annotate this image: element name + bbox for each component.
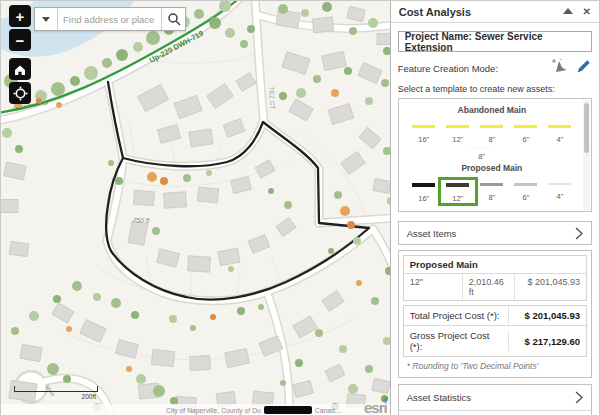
- search-widget: [34, 7, 186, 31]
- template-abandoned-6[interactable]: 6": [509, 122, 543, 144]
- locate-icon: [13, 86, 28, 101]
- template-prompt: Select a template to create new assets:: [398, 84, 592, 94]
- search-input[interactable]: [58, 8, 161, 30]
- swatch-label: 16": [407, 194, 441, 203]
- template-proposed-4[interactable]: 4": [543, 180, 577, 203]
- line-swatch: [548, 183, 571, 185]
- template-proposed-16[interactable]: 16": [407, 180, 441, 203]
- attribution-text-left: City of Naperville, County of Du: [166, 407, 261, 414]
- total-cost-value: $ 201,045.93: [508, 306, 586, 325]
- chevron-down-icon: [42, 17, 50, 22]
- locate-button[interactable]: [9, 82, 31, 104]
- table-row: 12" 2,010.46 ft $ 201,045.93: [404, 274, 586, 300]
- feature-creation-mode-row: Feature Creation Mode:: [398, 59, 592, 77]
- app-window: Up-220 DWH-719 Up-220 DWH-719 TEZ CT Mis…: [0, 0, 600, 415]
- panel-header: Cost Analysis ✕: [391, 1, 599, 23]
- cell-size: 12": [404, 274, 462, 300]
- line-swatch: [480, 125, 503, 128]
- chevron-right-icon: [575, 391, 583, 404]
- esri-globe-icon: [381, 395, 388, 402]
- scale-bar-label: 200ft: [14, 393, 98, 400]
- asset-items-expander[interactable]: Asset Items: [398, 221, 592, 245]
- swatch-label: 8": [475, 193, 509, 202]
- search-button[interactable]: [161, 8, 185, 30]
- project-name-box: Project Name: Sewer Service Extension: [398, 31, 592, 52]
- asset-table-header: Proposed Main: [404, 256, 586, 274]
- total-cost-label: Total Project Cost (*):: [404, 306, 508, 325]
- swatch-label: 12": [441, 194, 475, 203]
- abandoned-main-swatches: 16" 12" 8" 6" 4": [407, 122, 577, 144]
- line-swatch: [514, 183, 537, 186]
- line-swatch: [548, 125, 571, 128]
- search-icon: [167, 12, 181, 26]
- map-controls: + −: [9, 5, 31, 106]
- totals-table: Total Project Cost (*): $ 201,045.93 Gro…: [403, 305, 587, 357]
- distance-label: 750 ft: [133, 217, 150, 224]
- swatch-label: 16": [407, 135, 441, 144]
- swatch-label: 12": [441, 135, 475, 144]
- close-icon: ✕: [583, 6, 591, 17]
- rounding-note: * Rounding to 'Two Decimal Points': [403, 357, 587, 373]
- line-swatch: [446, 125, 469, 128]
- template-proposed-8[interactable]: 8": [475, 180, 509, 203]
- swatch-label: 4": [543, 192, 577, 201]
- asset-items-label: Asset Items: [407, 228, 575, 239]
- close-button[interactable]: ✕: [583, 6, 591, 17]
- swatch-label: 6": [509, 135, 543, 144]
- gross-cost-value: $ 217,129.60: [508, 332, 586, 351]
- template-abandoned-8[interactable]: 8": [475, 122, 509, 144]
- home-icon: [13, 63, 27, 76]
- select-mode-button[interactable]: [551, 58, 568, 78]
- line-swatch: [412, 183, 435, 187]
- magic-wand-cursor-icon: [551, 58, 568, 74]
- swatch-label: 6": [509, 193, 543, 202]
- template-abandoned-4[interactable]: 4": [543, 122, 577, 144]
- swatch-label: 4": [543, 135, 577, 144]
- search-source-dropdown[interactable]: [35, 8, 58, 30]
- template-abandoned-16[interactable]: 16": [407, 122, 441, 144]
- draw-mode-button[interactable]: [576, 58, 592, 78]
- collapse-up-icon: [563, 8, 573, 15]
- cost-analysis-panel: Cost Analysis ✕ Project Name: Sewer Serv…: [390, 1, 599, 415]
- gross-cost-label: Gross Project Cost (*):: [404, 326, 508, 356]
- template-proposed-12-selected[interactable]: 12": [441, 180, 475, 203]
- swatch-label: 8": [465, 152, 499, 161]
- cost-table-card: Proposed Main 12" 2,010.46 ft $ 201,045.…: [398, 250, 592, 378]
- template-abandoned-extra-8[interactable]: 8": [465, 147, 499, 161]
- group-heading-abandoned-main: Abandoned Main: [407, 105, 577, 115]
- swatch-label: 8": [475, 135, 509, 144]
- template-scrollbar[interactable]: [583, 100, 590, 210]
- gross-cost-row: Gross Project Cost (*): $ 217,129.60: [404, 325, 586, 356]
- proposed-main-swatches: 16" 12" 8" 6" 4": [407, 180, 577, 203]
- asset-statistics-expander[interactable]: Asset Statistics: [399, 385, 591, 410]
- map-view[interactable]: Up-220 DWH-719 Up-220 DWH-719 TEZ CT Mis…: [1, 1, 390, 415]
- template-proposed-6[interactable]: 6": [509, 180, 543, 203]
- scrollbar-thumb[interactable]: [584, 103, 589, 153]
- chevron-right-icon: [575, 227, 583, 240]
- home-button[interactable]: [9, 58, 31, 80]
- map-attribution: City of Naperville, County of Du Canad..…: [1, 404, 390, 415]
- line-swatch: [470, 147, 493, 150]
- attribution-redaction: [264, 406, 312, 414]
- template-picker: Abandoned Main 16" 12" 8" 6" 4" 8" Propo…: [398, 98, 592, 212]
- basemap-graphics: Up-220 DWH-719 Up-220 DWH-719 TEZ CT Mis…: [1, 1, 390, 415]
- asset-statistics-label: Asset Statistics: [407, 392, 575, 403]
- line-swatch: [446, 183, 469, 187]
- group-heading-proposed-main: Proposed Main: [407, 163, 577, 173]
- template-abandoned-12[interactable]: 12": [441, 122, 475, 144]
- cell-cost: $ 201,045.93: [514, 274, 586, 300]
- zoom-out-button[interactable]: −: [9, 29, 31, 51]
- project-summary-expander[interactable]: Project Summary: [399, 410, 591, 415]
- line-swatch: [412, 125, 435, 128]
- pencil-icon: [576, 58, 592, 74]
- zoom-in-button[interactable]: +: [9, 5, 31, 27]
- expander-stack: Asset Statistics Project Summary: [398, 384, 592, 415]
- asset-table: Proposed Main 12" 2,010.46 ft $ 201,045.…: [403, 255, 587, 301]
- panel-body: Project Name: Sewer Service Extension Fe…: [391, 23, 599, 415]
- feature-creation-mode-label: Feature Creation Mode:: [398, 63, 543, 74]
- cell-length: 2,010.46 ft: [462, 274, 514, 300]
- line-swatch: [514, 125, 537, 128]
- scale-bar: 200ft: [14, 386, 98, 400]
- scale-bar-line: [14, 386, 98, 392]
- collapse-button[interactable]: [563, 8, 573, 15]
